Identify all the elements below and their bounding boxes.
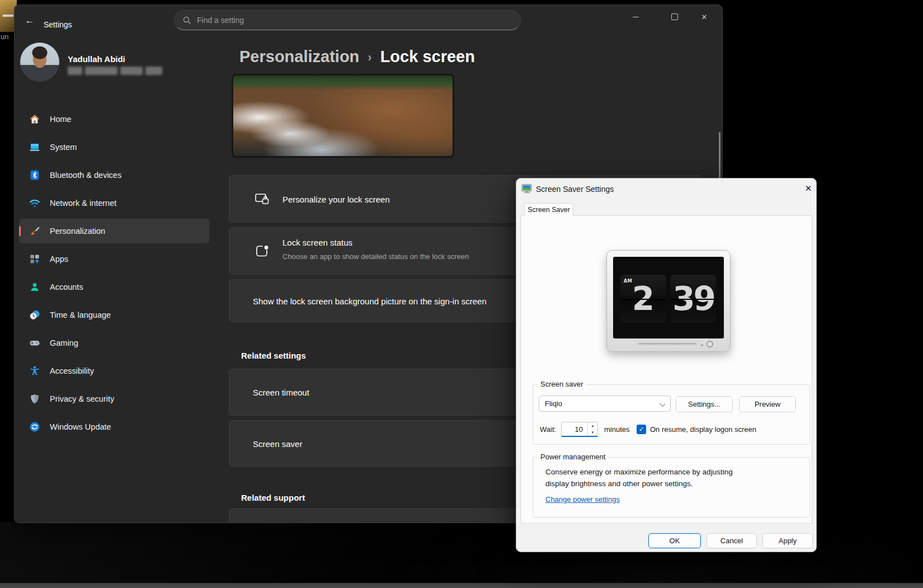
- power-management-text-line1: Conserve energy or maximize performance …: [545, 468, 733, 476]
- sidebar-item-label: Bluetooth & devices: [50, 171, 121, 180]
- related-row-label: Screen timeout: [253, 388, 309, 397]
- accessibility-icon: [29, 365, 40, 377]
- network-icon: [29, 197, 40, 209]
- screen-saver-group-label: Screen saver: [538, 380, 586, 388]
- ok-button[interactable]: OK: [648, 533, 701, 548]
- search-icon: [182, 16, 191, 25]
- dialog-app-icon: [521, 184, 533, 194]
- card-title: Lock screen status: [282, 238, 352, 247]
- tab-label: Screen Saver: [528, 206, 570, 214]
- maximize-icon: [671, 13, 678, 20]
- card-description: Choose an app to show detailed status on…: [282, 252, 469, 261]
- gaming-icon: [29, 337, 40, 349]
- cancel-button[interactable]: Cancel: [707, 533, 757, 548]
- spin-down-icon[interactable]: ▼: [588, 429, 597, 436]
- screen-saver-tab-panel: AM 2 39 Screen saver Fliqlo: [521, 215, 812, 524]
- sidebar-item-label: Apps: [50, 255, 68, 264]
- cancel-button-label: Cancel: [720, 537, 743, 545]
- minimize-button[interactable]: [623, 8, 648, 25]
- search-input[interactable]: Find a setting: [174, 10, 521, 30]
- monitor-power-button: [707, 341, 713, 347]
- sidebar-item-label: Gaming: [50, 338, 78, 347]
- sidebar-item-label: Accounts: [50, 283, 83, 291]
- related-settings-heading: Related settings: [241, 351, 306, 360]
- screensaver-dropdown[interactable]: Fliqlo: [539, 396, 671, 412]
- screensaver-preview-screen: AM 2 39: [613, 257, 724, 338]
- screen-saver-group: Screen saver Fliqlo Settings... Preview …: [533, 384, 810, 445]
- sidebar-item-time-language[interactable]: Time & language: [19, 303, 209, 327]
- page-title: Lock screen: [380, 48, 475, 66]
- tab-screen-saver[interactable]: Screen Saver: [524, 203, 573, 216]
- sidebar-item-label: Home: [50, 115, 72, 124]
- user-name: Yadullah Abidi: [68, 54, 125, 64]
- related-row-label: Screen saver: [253, 439, 302, 448]
- related-support-heading: Related support: [241, 493, 305, 502]
- maximize-button[interactable]: [662, 8, 687, 25]
- sidebar-item-network-internet[interactable]: Network & internet: [19, 191, 209, 215]
- screen-saver-settings-dialog: Screen Saver Settings ✕ Screen Saver AM …: [516, 178, 817, 552]
- apply-button[interactable]: Apply: [762, 533, 813, 548]
- bluetooth-icon: [29, 170, 40, 181]
- screensaver-dropdown-value: Fliqlo: [545, 399, 562, 408]
- taskbar-edge[interactable]: [0, 583, 923, 588]
- monitor-bezel-slot: [638, 343, 697, 347]
- monitor-power-led: [701, 344, 703, 346]
- privacy-icon: [29, 393, 40, 404]
- breadcrumb-separator-icon: ›: [368, 50, 371, 65]
- spin-up-icon[interactable]: ▲: [588, 422, 597, 429]
- sidebar-nav: HomeSystemBluetooth & devicesNetwork & i…: [19, 107, 209, 439]
- breadcrumb-parent[interactable]: Personalization: [239, 48, 359, 66]
- sidebar-item-label: Accessibility: [50, 366, 94, 375]
- sidebar-item-bluetooth-devices[interactable]: Bluetooth & devices: [19, 163, 209, 187]
- wait-label: Wait:: [540, 422, 556, 437]
- sidebar-item-system[interactable]: System: [19, 135, 209, 159]
- sidebar-item-privacy-security[interactable]: Privacy & security: [19, 387, 209, 411]
- power-management-text-line2: display brightness and other power setti…: [545, 479, 693, 488]
- dialog-title: Screen Saver Settings: [536, 185, 614, 194]
- card-title: Show the lock screen background picture …: [253, 296, 487, 305]
- close-button[interactable]: ✕: [691, 8, 717, 25]
- wait-minutes-stepper[interactable]: 10 ▲ ▼: [561, 422, 598, 437]
- desktop: un ← Settings Find a setting ✕ Yadullah …: [0, 0, 923, 588]
- sidebar-item-windows-update[interactable]: Windows Update: [19, 415, 209, 439]
- sidebar-item-label: Personalization: [50, 227, 105, 236]
- back-icon: ←: [25, 15, 35, 26]
- sidebar-item-label: Network & internet: [50, 199, 116, 208]
- sidebar-item-accounts[interactable]: Accounts: [19, 275, 209, 299]
- user-email-redacted: [68, 67, 162, 75]
- desktop-icon-detail: [3, 15, 13, 17]
- avatar[interactable]: [20, 43, 59, 82]
- sidebar-item-gaming[interactable]: Gaming: [19, 331, 209, 355]
- system-icon: [29, 142, 40, 153]
- power-management-group-label: Power management: [538, 453, 608, 461]
- close-icon: ✕: [701, 13, 708, 21]
- sidebar-item-personalization[interactable]: Personalization: [19, 219, 209, 243]
- sidebar-item-label: Time & language: [50, 311, 111, 319]
- time-language-icon: [29, 309, 40, 321]
- home-icon: [29, 114, 40, 125]
- dialog-close-button[interactable]: ✕: [800, 181, 817, 196]
- personalization-icon: [29, 225, 40, 237]
- sidebar-item-apps[interactable]: Apps: [19, 247, 209, 271]
- lock-screen-status-icon: [255, 243, 270, 258]
- lock-screen-personalize-icon: [255, 191, 270, 206]
- sidebar-item-accessibility[interactable]: Accessibility: [19, 359, 209, 383]
- windows-update-icon: [29, 421, 40, 432]
- flip-clock-hour: 2: [632, 275, 654, 323]
- on-resume-checkbox[interactable]: ✓: [637, 425, 646, 434]
- lock-screen-preview-image: [232, 74, 454, 158]
- back-button[interactable]: ←: [21, 13, 38, 29]
- power-management-group: Power management Conserve energy or maxi…: [533, 457, 810, 518]
- apply-button-label: Apply: [779, 537, 797, 545]
- breadcrumb: Personalization › Lock screen: [239, 48, 475, 66]
- desktop-icon-label: un: [1, 32, 8, 41]
- sidebar-item-home[interactable]: Home: [19, 107, 209, 131]
- ok-button-label: OK: [670, 537, 680, 545]
- flip-clock-minute: 39: [672, 275, 714, 323]
- preview-button[interactable]: Preview: [739, 396, 796, 412]
- change-power-settings-link[interactable]: Change power settings: [545, 495, 620, 504]
- minutes-label: minutes: [604, 422, 630, 437]
- accounts-icon: [29, 281, 40, 293]
- sidebar-item-label: System: [50, 143, 77, 152]
- settings-button[interactable]: Settings...: [676, 396, 733, 412]
